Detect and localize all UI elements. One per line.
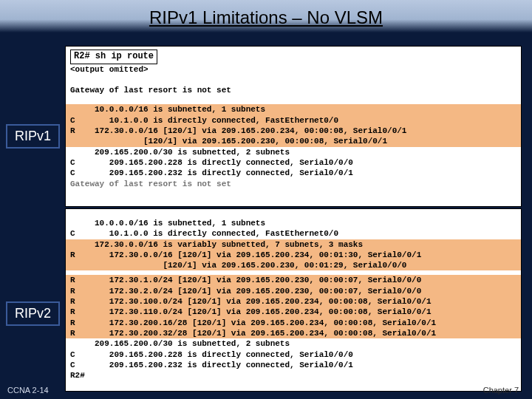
blank-line xyxy=(66,75,521,85)
route-line: R 172.30.200.16/28 [120/1] via 209.165.2… xyxy=(66,318,521,328)
prompt: R2# xyxy=(74,51,90,61)
route-line: 209.165.200.0/30 is subnetted, 2 subnets xyxy=(66,338,521,349)
output-omitted: <output omitted> xyxy=(66,64,521,75)
route-line: C 209.165.200.228 is directly connected,… xyxy=(66,157,521,168)
gateway-line: Gateway of last resort is not set xyxy=(66,85,521,95)
route-line: R 172.30.1.0/24 [120/1] via 209.165.200.… xyxy=(66,275,521,285)
prompt: R2# xyxy=(66,370,521,381)
route-line: 10.0.0.0/16 is subnetted, 1 subnets xyxy=(66,218,521,228)
route-line: R 172.30.0.0/16 [120/1] via 209.165.200.… xyxy=(66,250,521,260)
terminal-ripv2: 10.0.0.0/16 is subnetted, 1 subnets C 10… xyxy=(65,208,522,392)
route-line: R 172.30.0.0/16 [120/1] via 209.165.200.… xyxy=(66,126,521,136)
route-line: [120/1] via 209.165.200.230, 00:01:29, S… xyxy=(66,260,521,270)
route-line: C 209.165.200.232 is directly connected,… xyxy=(66,360,521,370)
ripv2-badge: RIPv2 xyxy=(6,301,60,326)
command-text: sh ip route xyxy=(95,51,154,61)
route-line: C 10.1.0.0 is directly connected, FastEt… xyxy=(66,115,521,126)
spacer xyxy=(66,209,521,218)
route-line: R 172.30.200.32/28 [120/1] via 209.165.2… xyxy=(66,328,521,338)
route-line: 10.0.0.0/16 is subnetted, 1 subnets xyxy=(66,104,521,115)
route-line: R 172.30.110.0/24 [120/1] via 209.165.20… xyxy=(66,307,521,317)
command-box: R2# sh ip route xyxy=(70,50,157,64)
route-line: R 172.30.2.0/24 [120/1] via 209.165.200.… xyxy=(66,286,521,296)
terminal-ripv1: R2# sh ip route <output omitted> Gateway… xyxy=(65,46,522,207)
footer-left: CCNA 2-14 xyxy=(7,386,49,395)
route-line: C 10.1.0.0 is directly connected, FastEt… xyxy=(66,228,521,239)
page-title: RIPv1 Limitations – No VLSM xyxy=(0,0,532,33)
gateway-line-faded: Gateway of last resort is not set xyxy=(66,179,521,189)
footer-right: Chapter 7 xyxy=(483,386,519,395)
route-line: R 172.30.100.0/24 [120/1] via 209.165.20… xyxy=(66,296,521,307)
route-line: C 209.165.200.232 is directly connected,… xyxy=(66,168,521,178)
ripv1-badge: RIPv1 xyxy=(6,124,60,149)
route-line: [120/1] via 209.165.200.230, 00:00:08, S… xyxy=(66,136,521,146)
route-line: 209.165.200.0/30 is subnetted, 2 subnets xyxy=(66,147,521,157)
route-line: C 209.165.200.228 is directly connected,… xyxy=(66,349,521,360)
route-line: 172.30.0.0/16 is variably subnetted, 7 s… xyxy=(66,239,521,250)
spacer xyxy=(66,95,521,104)
